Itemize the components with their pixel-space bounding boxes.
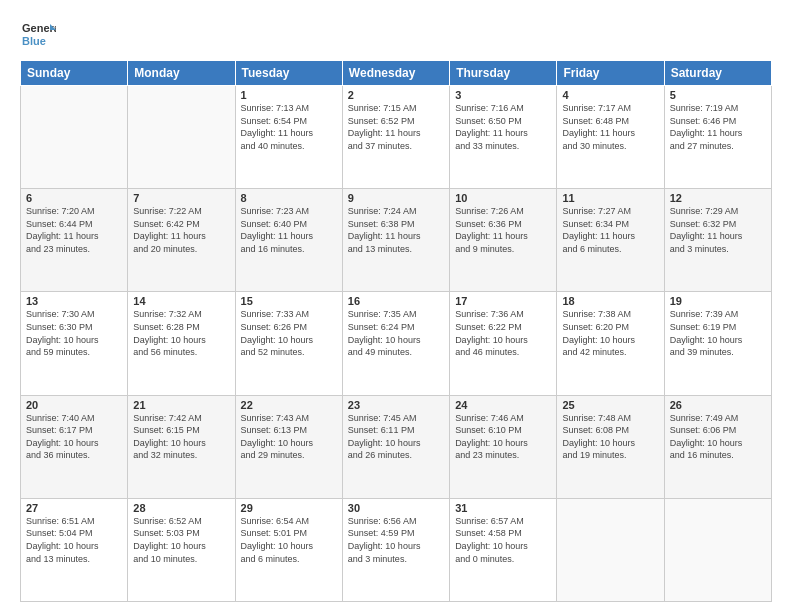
- day-info: Sunrise: 7:32 AM Sunset: 6:28 PM Dayligh…: [133, 308, 229, 358]
- day-info: Sunrise: 7:13 AM Sunset: 6:54 PM Dayligh…: [241, 102, 337, 152]
- day-cell: [128, 86, 235, 189]
- day-cell: 16Sunrise: 7:35 AM Sunset: 6:24 PM Dayli…: [342, 292, 449, 395]
- day-cell: 15Sunrise: 7:33 AM Sunset: 6:26 PM Dayli…: [235, 292, 342, 395]
- day-number: 7: [133, 192, 229, 204]
- day-number: 31: [455, 502, 551, 514]
- day-cell: [21, 86, 128, 189]
- weekday-header-tuesday: Tuesday: [235, 61, 342, 86]
- day-cell: 9Sunrise: 7:24 AM Sunset: 6:38 PM Daylig…: [342, 189, 449, 292]
- week-row-4: 20Sunrise: 7:40 AM Sunset: 6:17 PM Dayli…: [21, 395, 772, 498]
- day-cell: 21Sunrise: 7:42 AM Sunset: 6:15 PM Dayli…: [128, 395, 235, 498]
- week-row-1: 1Sunrise: 7:13 AM Sunset: 6:54 PM Daylig…: [21, 86, 772, 189]
- day-cell: 28Sunrise: 6:52 AM Sunset: 5:03 PM Dayli…: [128, 498, 235, 601]
- day-info: Sunrise: 7:45 AM Sunset: 6:11 PM Dayligh…: [348, 412, 444, 462]
- day-info: Sunrise: 7:46 AM Sunset: 6:10 PM Dayligh…: [455, 412, 551, 462]
- day-number: 14: [133, 295, 229, 307]
- day-cell: 19Sunrise: 7:39 AM Sunset: 6:19 PM Dayli…: [664, 292, 771, 395]
- day-cell: 3Sunrise: 7:16 AM Sunset: 6:50 PM Daylig…: [450, 86, 557, 189]
- day-cell: 30Sunrise: 6:56 AM Sunset: 4:59 PM Dayli…: [342, 498, 449, 601]
- weekday-header-row: SundayMondayTuesdayWednesdayThursdayFrid…: [21, 61, 772, 86]
- day-info: Sunrise: 7:49 AM Sunset: 6:06 PM Dayligh…: [670, 412, 766, 462]
- logo-icon: General Blue: [20, 16, 56, 52]
- day-number: 16: [348, 295, 444, 307]
- day-info: Sunrise: 7:35 AM Sunset: 6:24 PM Dayligh…: [348, 308, 444, 358]
- week-row-3: 13Sunrise: 7:30 AM Sunset: 6:30 PM Dayli…: [21, 292, 772, 395]
- day-number: 5: [670, 89, 766, 101]
- week-row-5: 27Sunrise: 6:51 AM Sunset: 5:04 PM Dayli…: [21, 498, 772, 601]
- day-cell: [664, 498, 771, 601]
- day-number: 4: [562, 89, 658, 101]
- day-number: 20: [26, 399, 122, 411]
- weekday-header-thursday: Thursday: [450, 61, 557, 86]
- day-cell: 23Sunrise: 7:45 AM Sunset: 6:11 PM Dayli…: [342, 395, 449, 498]
- weekday-header-monday: Monday: [128, 61, 235, 86]
- day-info: Sunrise: 7:23 AM Sunset: 6:40 PM Dayligh…: [241, 205, 337, 255]
- day-cell: 17Sunrise: 7:36 AM Sunset: 6:22 PM Dayli…: [450, 292, 557, 395]
- weekday-header-wednesday: Wednesday: [342, 61, 449, 86]
- day-cell: 14Sunrise: 7:32 AM Sunset: 6:28 PM Dayli…: [128, 292, 235, 395]
- calendar-page: General Blue SundayMondayTuesdayWednesda…: [0, 0, 792, 612]
- day-number: 2: [348, 89, 444, 101]
- day-number: 1: [241, 89, 337, 101]
- day-info: Sunrise: 6:51 AM Sunset: 5:04 PM Dayligh…: [26, 515, 122, 565]
- day-info: Sunrise: 7:15 AM Sunset: 6:52 PM Dayligh…: [348, 102, 444, 152]
- week-row-2: 6Sunrise: 7:20 AM Sunset: 6:44 PM Daylig…: [21, 189, 772, 292]
- day-info: Sunrise: 7:33 AM Sunset: 6:26 PM Dayligh…: [241, 308, 337, 358]
- day-info: Sunrise: 7:42 AM Sunset: 6:15 PM Dayligh…: [133, 412, 229, 462]
- day-number: 11: [562, 192, 658, 204]
- day-number: 26: [670, 399, 766, 411]
- day-cell: 13Sunrise: 7:30 AM Sunset: 6:30 PM Dayli…: [21, 292, 128, 395]
- day-cell: 20Sunrise: 7:40 AM Sunset: 6:17 PM Dayli…: [21, 395, 128, 498]
- day-info: Sunrise: 7:22 AM Sunset: 6:42 PM Dayligh…: [133, 205, 229, 255]
- day-number: 27: [26, 502, 122, 514]
- day-cell: [557, 498, 664, 601]
- day-info: Sunrise: 6:56 AM Sunset: 4:59 PM Dayligh…: [348, 515, 444, 565]
- day-info: Sunrise: 7:29 AM Sunset: 6:32 PM Dayligh…: [670, 205, 766, 255]
- day-number: 22: [241, 399, 337, 411]
- day-info: Sunrise: 7:24 AM Sunset: 6:38 PM Dayligh…: [348, 205, 444, 255]
- day-cell: 24Sunrise: 7:46 AM Sunset: 6:10 PM Dayli…: [450, 395, 557, 498]
- day-cell: 22Sunrise: 7:43 AM Sunset: 6:13 PM Dayli…: [235, 395, 342, 498]
- day-cell: 27Sunrise: 6:51 AM Sunset: 5:04 PM Dayli…: [21, 498, 128, 601]
- logo: General Blue: [20, 16, 56, 52]
- day-number: 29: [241, 502, 337, 514]
- day-info: Sunrise: 7:38 AM Sunset: 6:20 PM Dayligh…: [562, 308, 658, 358]
- day-info: Sunrise: 7:17 AM Sunset: 6:48 PM Dayligh…: [562, 102, 658, 152]
- day-info: Sunrise: 7:36 AM Sunset: 6:22 PM Dayligh…: [455, 308, 551, 358]
- day-number: 12: [670, 192, 766, 204]
- day-number: 19: [670, 295, 766, 307]
- day-number: 15: [241, 295, 337, 307]
- day-cell: 12Sunrise: 7:29 AM Sunset: 6:32 PM Dayli…: [664, 189, 771, 292]
- day-number: 21: [133, 399, 229, 411]
- day-info: Sunrise: 7:40 AM Sunset: 6:17 PM Dayligh…: [26, 412, 122, 462]
- day-info: Sunrise: 7:27 AM Sunset: 6:34 PM Dayligh…: [562, 205, 658, 255]
- calendar-table: SundayMondayTuesdayWednesdayThursdayFrid…: [20, 60, 772, 602]
- day-info: Sunrise: 6:54 AM Sunset: 5:01 PM Dayligh…: [241, 515, 337, 565]
- day-info: Sunrise: 7:30 AM Sunset: 6:30 PM Dayligh…: [26, 308, 122, 358]
- svg-text:Blue: Blue: [22, 35, 46, 47]
- day-number: 6: [26, 192, 122, 204]
- day-number: 18: [562, 295, 658, 307]
- day-number: 9: [348, 192, 444, 204]
- day-cell: 6Sunrise: 7:20 AM Sunset: 6:44 PM Daylig…: [21, 189, 128, 292]
- day-info: Sunrise: 7:20 AM Sunset: 6:44 PM Dayligh…: [26, 205, 122, 255]
- weekday-header-sunday: Sunday: [21, 61, 128, 86]
- day-number: 24: [455, 399, 551, 411]
- day-number: 3: [455, 89, 551, 101]
- day-cell: 7Sunrise: 7:22 AM Sunset: 6:42 PM Daylig…: [128, 189, 235, 292]
- day-number: 13: [26, 295, 122, 307]
- day-number: 10: [455, 192, 551, 204]
- header: General Blue: [20, 16, 772, 52]
- weekday-header-friday: Friday: [557, 61, 664, 86]
- day-number: 25: [562, 399, 658, 411]
- day-info: Sunrise: 7:48 AM Sunset: 6:08 PM Dayligh…: [562, 412, 658, 462]
- day-info: Sunrise: 6:57 AM Sunset: 4:58 PM Dayligh…: [455, 515, 551, 565]
- day-number: 8: [241, 192, 337, 204]
- day-number: 28: [133, 502, 229, 514]
- day-cell: 10Sunrise: 7:26 AM Sunset: 6:36 PM Dayli…: [450, 189, 557, 292]
- day-cell: 31Sunrise: 6:57 AM Sunset: 4:58 PM Dayli…: [450, 498, 557, 601]
- day-cell: 1Sunrise: 7:13 AM Sunset: 6:54 PM Daylig…: [235, 86, 342, 189]
- day-info: Sunrise: 7:43 AM Sunset: 6:13 PM Dayligh…: [241, 412, 337, 462]
- day-cell: 26Sunrise: 7:49 AM Sunset: 6:06 PM Dayli…: [664, 395, 771, 498]
- day-cell: 8Sunrise: 7:23 AM Sunset: 6:40 PM Daylig…: [235, 189, 342, 292]
